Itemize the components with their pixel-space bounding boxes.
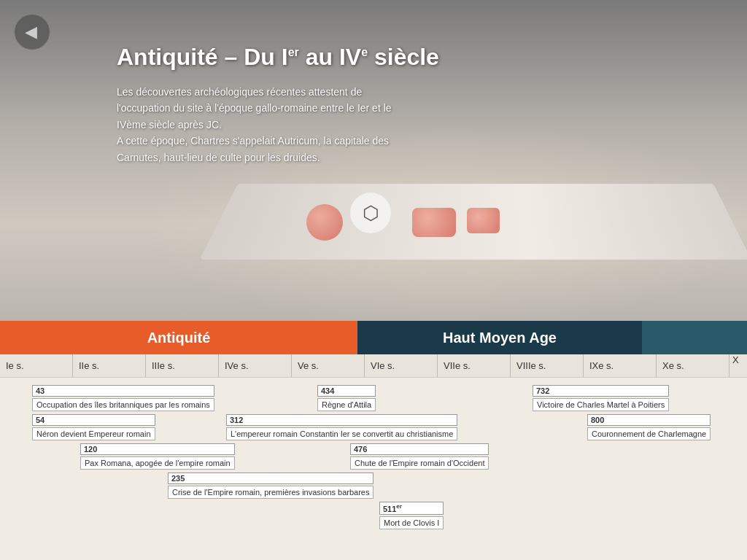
event-year-e2: 54: [32, 414, 155, 426]
event-label-e5: L'empereur romain Constantin Ier se conv…: [226, 427, 457, 440]
event-e2[interactable]: 54Néron devient Empereur romain: [32, 414, 155, 440]
cube-icon: ⬡: [363, 202, 379, 225]
century-7[interactable]: VIIe s.: [438, 354, 511, 377]
century-4[interactable]: IVe s.: [219, 354, 292, 377]
3d-model-button[interactable]: ⬡: [350, 192, 391, 233]
back-arrow-icon: ◀: [25, 24, 37, 40]
century-5[interactable]: Ve s.: [292, 354, 365, 377]
century-9[interactable]: IXe s.: [584, 354, 657, 377]
event-e8[interactable]: 511erMort de Clovis I: [379, 502, 444, 529]
event-label-e3: Pax Romana, apogée de l'empire romain: [80, 456, 235, 470]
century-8[interactable]: VIIIe s.: [511, 354, 584, 377]
event-label-e6: Règne d'Attila: [317, 398, 376, 411]
timeline-area: Antiquité Haut Moyen Age Ie s. IIe s. II…: [0, 321, 747, 560]
description-text: Les découvertes archéologiques récentes …: [117, 84, 439, 166]
century-3[interactable]: IIIe s.: [146, 354, 219, 377]
event-e5[interactable]: 312L'empereur romain Constantin Ier se c…: [226, 414, 457, 440]
period-haut-moyen-age[interactable]: Haut Moyen Age: [357, 321, 642, 354]
event-year-e4: 235: [168, 472, 374, 484]
3d-object-3: [467, 208, 500, 233]
event-year-e3: 120: [80, 443, 235, 455]
event-e1[interactable]: 43Occupation des îles britanniques par l…: [32, 385, 214, 411]
century-1[interactable]: Ie s.: [0, 354, 73, 377]
event-label-e2: Néron devient Empereur romain: [32, 427, 155, 440]
event-year-e8: 511er: [379, 502, 444, 515]
period-next: [642, 321, 747, 354]
event-e4[interactable]: 235Crise de l'Empire romain, premières i…: [168, 472, 374, 499]
event-year-e1: 43: [32, 385, 214, 397]
period-antiquite[interactable]: Antiquité: [0, 321, 357, 354]
event-label-e7: Chute de l'Empire romain d'Occident: [350, 456, 489, 470]
event-e6[interactable]: 434Règne d'Attila: [317, 385, 376, 411]
event-label-e1: Occupation des îles britanniques par les…: [32, 398, 214, 411]
event-e9[interactable]: 732Victoire de Charles Martel à Poitiers: [533, 385, 669, 411]
event-year-e7: 476: [350, 443, 489, 455]
event-label-e9: Victoire de Charles Martel à Poitiers: [533, 398, 669, 411]
3d-object-2: [412, 208, 456, 237]
century-2[interactable]: IIe s.: [73, 354, 146, 377]
title-block: Antiquité – Du Ier au IVe siècle Les déc…: [117, 44, 439, 166]
century-bar: Ie s. IIe s. IIIe s. IVe s. Ve s. VIe s.…: [0, 354, 747, 378]
event-e7[interactable]: 476Chute de l'Empire romain d'Occident: [350, 443, 489, 470]
event-year-e6: 434: [317, 385, 376, 397]
event-year-e9: 732: [533, 385, 669, 397]
event-label-e8: Mort de Clovis I: [379, 516, 444, 529]
event-year-e10: 800: [587, 414, 711, 426]
events-area: 43Occupation des îles britanniques par l…: [0, 378, 747, 560]
back-button[interactable]: ◀: [15, 15, 50, 50]
page-title: Antiquité – Du Ier au IVe siècle: [117, 44, 439, 71]
period-hma-label: Haut Moyen Age: [443, 330, 557, 346]
event-e10[interactable]: 800Couronnement de Charlemagne: [587, 414, 711, 440]
top-image-area: ⬡ Antiquité – Du Ier au IVe siècle Les d…: [0, 0, 747, 321]
event-label-e10: Couronnement de Charlemagne: [587, 427, 711, 440]
century-6[interactable]: VIe s.: [365, 354, 438, 377]
century-11[interactable]: X: [729, 354, 747, 377]
3d-object-1: [306, 204, 343, 241]
event-year-e5: 312: [226, 414, 457, 426]
event-label-e4: Crise de l'Empire romain, premières inva…: [168, 486, 374, 499]
period-bar: Antiquité Haut Moyen Age: [0, 321, 747, 354]
period-antiquite-label: Antiquité: [147, 330, 211, 346]
century-10[interactable]: Xe s.: [657, 354, 729, 377]
event-e3[interactable]: 120Pax Romana, apogée de l'empire romain: [80, 443, 235, 470]
